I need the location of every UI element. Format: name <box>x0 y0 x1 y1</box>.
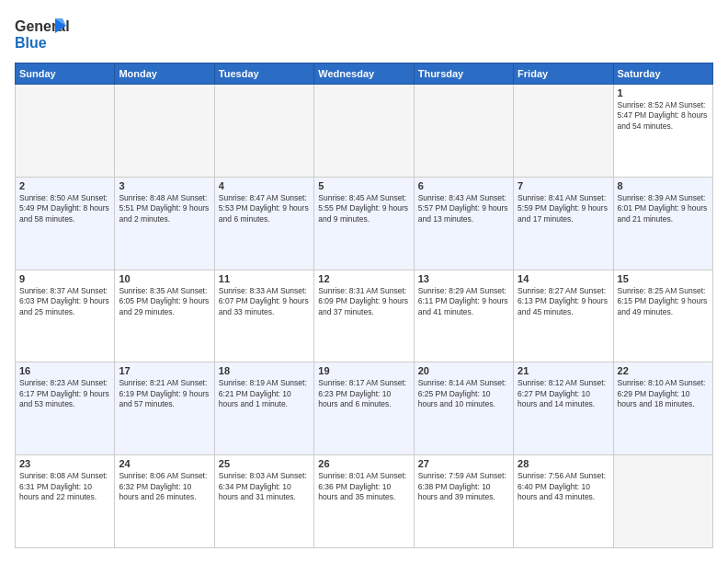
day-detail: Sunrise: 8:21 AM Sunset: 6:19 PM Dayligh… <box>119 378 210 409</box>
day-detail: Sunrise: 8:03 AM Sunset: 6:34 PM Dayligh… <box>219 471 310 502</box>
day-number: 5 <box>318 180 409 191</box>
logo-svg: GeneralBlue <box>15 15 70 53</box>
day-number: 3 <box>119 180 210 191</box>
day-number: 12 <box>318 273 409 284</box>
day-detail: Sunrise: 8:06 AM Sunset: 6:32 PM Dayligh… <box>119 471 210 502</box>
calendar-cell: 20Sunrise: 8:14 AM Sunset: 6:25 PM Dayli… <box>414 362 513 455</box>
day-detail: Sunrise: 8:48 AM Sunset: 5:51 PM Dayligh… <box>119 193 210 224</box>
calendar-cell <box>314 85 414 178</box>
calendar-week-row: 23Sunrise: 8:08 AM Sunset: 6:31 PM Dayli… <box>16 455 713 548</box>
header: GeneralBlue <box>15 15 713 53</box>
calendar-cell: 12Sunrise: 8:31 AM Sunset: 6:09 PM Dayli… <box>314 270 414 362</box>
calendar-cell: 22Sunrise: 8:10 AM Sunset: 6:29 PM Dayli… <box>613 362 712 455</box>
day-detail: Sunrise: 8:29 AM Sunset: 6:11 PM Dayligh… <box>418 286 509 317</box>
weekday-header-sunday: Sunday <box>16 63 115 85</box>
calendar-cell <box>16 85 115 178</box>
calendar-cell: 7Sunrise: 8:41 AM Sunset: 5:59 PM Daylig… <box>514 177 613 270</box>
day-detail: Sunrise: 8:01 AM Sunset: 6:36 PM Dayligh… <box>318 471 409 502</box>
svg-text:Blue: Blue <box>15 35 47 51</box>
day-detail: Sunrise: 8:25 AM Sunset: 6:15 PM Dayligh… <box>618 286 709 317</box>
day-detail: Sunrise: 7:56 AM Sunset: 6:40 PM Dayligh… <box>518 471 609 502</box>
day-number: 11 <box>219 273 310 284</box>
day-detail: Sunrise: 8:43 AM Sunset: 5:57 PM Dayligh… <box>418 193 509 224</box>
calendar-cell: 26Sunrise: 8:01 AM Sunset: 6:36 PM Dayli… <box>314 455 414 548</box>
day-detail: Sunrise: 8:50 AM Sunset: 5:49 PM Dayligh… <box>19 193 110 224</box>
day-detail: Sunrise: 8:39 AM Sunset: 6:01 PM Dayligh… <box>618 193 709 224</box>
day-detail: Sunrise: 8:23 AM Sunset: 6:17 PM Dayligh… <box>19 378 110 409</box>
calendar-cell: 18Sunrise: 8:19 AM Sunset: 6:21 PM Dayli… <box>214 362 313 455</box>
calendar-cell: 17Sunrise: 8:21 AM Sunset: 6:19 PM Dayli… <box>115 362 214 455</box>
day-number: 23 <box>19 458 110 469</box>
calendar-cell <box>115 85 214 178</box>
day-number: 25 <box>219 458 310 469</box>
logo: GeneralBlue <box>15 15 70 53</box>
calendar-cell: 28Sunrise: 7:56 AM Sunset: 6:40 PM Dayli… <box>514 455 613 548</box>
day-number: 21 <box>518 365 609 376</box>
day-number: 17 <box>119 365 210 376</box>
calendar-cell: 23Sunrise: 8:08 AM Sunset: 6:31 PM Dayli… <box>16 455 115 548</box>
weekday-header-row: SundayMondayTuesdayWednesdayThursdayFrid… <box>16 63 713 85</box>
calendar-cell: 1Sunrise: 8:52 AM Sunset: 5:47 PM Daylig… <box>613 85 712 178</box>
weekday-header-friday: Friday <box>514 63 613 85</box>
weekday-header-tuesday: Tuesday <box>214 63 313 85</box>
calendar-cell <box>514 85 613 178</box>
day-number: 1 <box>618 87 709 98</box>
day-number: 22 <box>618 365 709 376</box>
calendar-cell: 14Sunrise: 8:27 AM Sunset: 6:13 PM Dayli… <box>514 270 613 362</box>
day-number: 6 <box>418 180 509 191</box>
day-number: 18 <box>219 365 310 376</box>
calendar-cell: 27Sunrise: 7:59 AM Sunset: 6:38 PM Dayli… <box>414 455 513 548</box>
day-detail: Sunrise: 8:52 AM Sunset: 5:47 PM Dayligh… <box>618 100 709 132</box>
calendar-cell <box>414 85 513 178</box>
day-detail: Sunrise: 8:45 AM Sunset: 5:55 PM Dayligh… <box>318 193 409 224</box>
day-number: 28 <box>518 458 609 469</box>
day-number: 9 <box>19 273 110 284</box>
weekday-header-wednesday: Wednesday <box>314 63 414 85</box>
day-number: 20 <box>418 365 509 376</box>
day-number: 8 <box>618 180 709 191</box>
day-number: 7 <box>518 180 609 191</box>
day-detail: Sunrise: 8:47 AM Sunset: 5:53 PM Dayligh… <box>219 193 310 224</box>
calendar-week-row: 2Sunrise: 8:50 AM Sunset: 5:49 PM Daylig… <box>16 177 713 270</box>
calendar-cell: 19Sunrise: 8:17 AM Sunset: 6:23 PM Dayli… <box>314 362 414 455</box>
day-detail: Sunrise: 8:12 AM Sunset: 6:27 PM Dayligh… <box>518 378 609 409</box>
day-number: 26 <box>318 458 409 469</box>
calendar-cell: 5Sunrise: 8:45 AM Sunset: 5:55 PM Daylig… <box>314 177 414 270</box>
day-detail: Sunrise: 8:33 AM Sunset: 6:07 PM Dayligh… <box>219 286 310 317</box>
day-number: 24 <box>119 458 210 469</box>
day-detail: Sunrise: 8:19 AM Sunset: 6:21 PM Dayligh… <box>219 378 310 409</box>
day-number: 13 <box>418 273 509 284</box>
day-detail: Sunrise: 7:59 AM Sunset: 6:38 PM Dayligh… <box>418 471 509 502</box>
day-detail: Sunrise: 8:41 AM Sunset: 5:59 PM Dayligh… <box>518 193 609 224</box>
day-number: 14 <box>518 273 609 284</box>
calendar-cell: 11Sunrise: 8:33 AM Sunset: 6:07 PM Dayli… <box>214 270 313 362</box>
calendar-cell: 9Sunrise: 8:37 AM Sunset: 6:03 PM Daylig… <box>16 270 115 362</box>
calendar-cell: 8Sunrise: 8:39 AM Sunset: 6:01 PM Daylig… <box>613 177 712 270</box>
day-detail: Sunrise: 8:31 AM Sunset: 6:09 PM Dayligh… <box>318 286 409 317</box>
calendar-cell: 4Sunrise: 8:47 AM Sunset: 5:53 PM Daylig… <box>214 177 313 270</box>
calendar-week-row: 9Sunrise: 8:37 AM Sunset: 6:03 PM Daylig… <box>16 270 713 362</box>
day-number: 19 <box>318 365 409 376</box>
day-detail: Sunrise: 8:14 AM Sunset: 6:25 PM Dayligh… <box>418 378 509 409</box>
calendar-cell: 6Sunrise: 8:43 AM Sunset: 5:57 PM Daylig… <box>414 177 513 270</box>
calendar-cell: 16Sunrise: 8:23 AM Sunset: 6:17 PM Dayli… <box>16 362 115 455</box>
weekday-header-saturday: Saturday <box>613 63 712 85</box>
day-detail: Sunrise: 8:10 AM Sunset: 6:29 PM Dayligh… <box>618 378 709 409</box>
day-detail: Sunrise: 8:35 AM Sunset: 6:05 PM Dayligh… <box>119 286 210 317</box>
day-number: 4 <box>219 180 310 191</box>
day-number: 10 <box>119 273 210 284</box>
calendar-cell <box>613 455 712 548</box>
calendar-cell: 24Sunrise: 8:06 AM Sunset: 6:32 PM Dayli… <box>115 455 214 548</box>
day-number: 2 <box>19 180 110 191</box>
calendar-cell: 15Sunrise: 8:25 AM Sunset: 6:15 PM Dayli… <box>613 270 712 362</box>
calendar-cell: 21Sunrise: 8:12 AM Sunset: 6:27 PM Dayli… <box>514 362 613 455</box>
calendar-cell <box>214 85 313 178</box>
calendar-cell: 2Sunrise: 8:50 AM Sunset: 5:49 PM Daylig… <box>16 177 115 270</box>
page: GeneralBlue SundayMondayTuesdayWednesday… <box>0 0 728 563</box>
day-number: 27 <box>418 458 509 469</box>
calendar-cell: 13Sunrise: 8:29 AM Sunset: 6:11 PM Dayli… <box>414 270 513 362</box>
weekday-header-thursday: Thursday <box>414 63 513 85</box>
calendar-week-row: 16Sunrise: 8:23 AM Sunset: 6:17 PM Dayli… <box>16 362 713 455</box>
calendar-table: SundayMondayTuesdayWednesdayThursdayFrid… <box>15 63 713 548</box>
day-number: 16 <box>19 365 110 376</box>
